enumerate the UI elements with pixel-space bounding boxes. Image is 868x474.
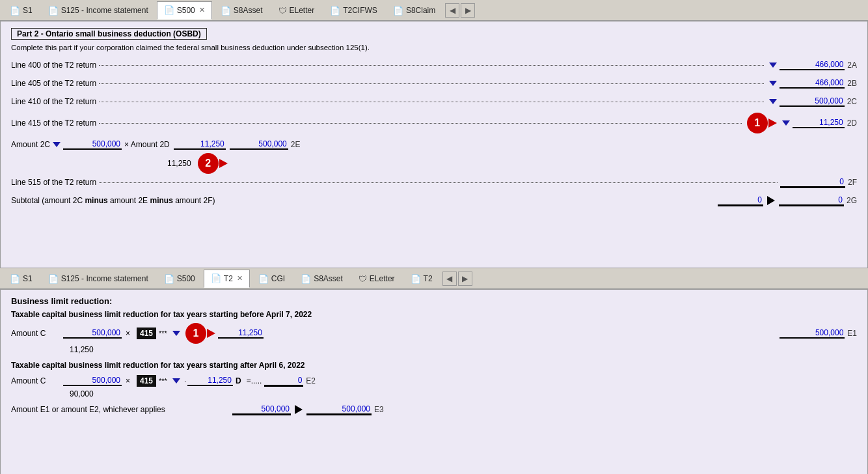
annotation-1-bot: 1 — [185, 323, 206, 344]
doc-icon: 📄 — [10, 274, 20, 284]
field-2b[interactable] — [780, 78, 845, 89]
label-e1: Amount C — [11, 329, 63, 338]
row-2e-sub: 11,250 2 — [167, 153, 857, 174]
row-2b: Line 405 of the T2 return 2B — [11, 76, 857, 91]
label-2f: Line 515 of the T2 return — [11, 178, 96, 187]
code-2d: 2D — [847, 118, 857, 128]
triangle-e1[interactable] — [172, 331, 180, 336]
label-d-e2: D — [236, 376, 241, 385]
tab-nav-prev-top[interactable]: ◀ — [445, 3, 459, 18]
field-e3-right[interactable] — [306, 404, 372, 415]
tab-t2cifws-top[interactable]: 📄 T2CIFWS — [323, 1, 385, 20]
code-e1: E1 — [847, 329, 857, 338]
triangle-2d[interactable] — [782, 120, 790, 126]
label-2c: Line 410 of the T2 return — [11, 97, 96, 106]
field-2a[interactable] — [780, 60, 845, 70]
top-tab-bar: 📄 S1 📄 S125 - Income statement 📄 S500 ✕ … — [0, 0, 868, 21]
tab-t2b-bot-label: T2 — [424, 274, 433, 283]
tab-eletter-top[interactable]: 🛡 ELetter — [271, 1, 322, 20]
doc-icon: 📄 — [164, 274, 174, 284]
tab-nav-next-bot[interactable]: ▶ — [458, 272, 472, 286]
field-2c[interactable] — [780, 96, 845, 107]
field-e2-c[interactable] — [63, 376, 122, 386]
row-e1-wrapper: Amount C × 415 *** 1 E1 11,250 — [11, 323, 857, 354]
field-e1-mid[interactable] — [218, 328, 264, 339]
triangle-2a[interactable] — [769, 63, 777, 68]
label-2a: Line 400 of the T2 return — [11, 61, 96, 70]
field-e2-mid[interactable] — [187, 376, 233, 386]
doc-icon: 📄 — [221, 6, 231, 16]
tab-t2-bot[interactable]: 📄 T2 ✕ — [204, 270, 250, 288]
tab-s125-top-label: S125 - Income statement — [61, 6, 148, 15]
tab-s500-top[interactable]: 📄 S500 ✕ — [157, 1, 212, 20]
tab-s8asset-bot-label: S8Asset — [314, 274, 343, 283]
field-e2-right[interactable] — [264, 376, 303, 387]
doc-icon: 📄 — [258, 274, 269, 284]
label-e2: Amount C — [11, 376, 63, 385]
section3-title: Taxable capital business limit reduction… — [11, 361, 857, 370]
triangle-2c[interactable] — [769, 99, 777, 104]
row-e3: Amount E1 or amount E2, whichever applie… — [11, 402, 857, 417]
tab-eletter-bot-label: ELetter — [370, 274, 395, 283]
tab-s500-close[interactable]: ✕ — [199, 6, 205, 14]
tab-cgi-bot[interactable]: 📄 CGI — [251, 270, 292, 288]
shield-icon: 🛡 — [278, 6, 287, 16]
tab-s1-bot-label: S1 — [23, 274, 33, 283]
dot-e2: · — [184, 377, 186, 385]
tab-s125-bot[interactable]: 📄 S125 - Income statement — [41, 270, 156, 288]
doc-icon: 📄 — [48, 6, 59, 16]
field-2g-right[interactable] — [779, 195, 844, 206]
triangle-2b[interactable] — [769, 81, 777, 86]
tab-s8asset-bot[interactable]: 📄 S8Asset — [293, 270, 350, 288]
annotation-1-top: 1 — [747, 113, 768, 133]
tab-s125-bot-label: S125 - Income statement — [61, 274, 148, 283]
badge-e2: 415 — [137, 375, 156, 387]
field-2e-c[interactable] — [63, 139, 122, 150]
tab-nav-prev-bot[interactable]: ◀ — [442, 272, 457, 286]
tab-s500-bot[interactable]: 📄 S500 — [157, 270, 202, 288]
tab-s1-top-label: S1 — [23, 6, 33, 15]
triangle-e2[interactable] — [172, 378, 180, 383]
triangle-2e[interactable] — [53, 142, 61, 147]
code-2a: 2A — [847, 61, 857, 70]
field-e1-right[interactable] — [780, 328, 845, 339]
field-2g-left[interactable] — [718, 195, 763, 206]
tab-s500-bot-label: S500 — [177, 274, 195, 283]
stars-e2: *** — [159, 377, 167, 385]
row-e2-sub: 90,000 — [70, 389, 857, 398]
subval-2e: 11,250 — [167, 159, 191, 168]
code-2e: 2E — [291, 140, 301, 149]
row-e2-wrapper: Amount C × 415 *** · D =..... E2 90,000 — [11, 374, 857, 398]
field-e3-left[interactable] — [232, 404, 291, 415]
row-e1-sub: 11,250 — [70, 345, 857, 354]
tab-s125-top[interactable]: 📄 S125 - Income statement — [41, 1, 156, 20]
row-2e: Amount 2C × Amount 2D 2E — [11, 137, 857, 152]
field-2d[interactable] — [793, 118, 845, 128]
equals-e2: =..... — [247, 376, 262, 385]
tab-s8asset-top[interactable]: 📄 S8Asset — [213, 1, 270, 20]
tab-t2-close[interactable]: ✕ — [237, 274, 243, 283]
tab-nav-next-top[interactable]: ▶ — [461, 3, 475, 18]
dots-2b — [99, 83, 764, 84]
mult-e1: × — [126, 329, 130, 338]
subtitle-top: Complete this part if your corporation c… — [11, 44, 857, 51]
tab-t2b-bot[interactable]: 📄 T2 — [403, 270, 440, 288]
shield-icon: 🛡 — [359, 274, 367, 284]
row-e1: Amount C × 415 *** 1 E1 — [11, 323, 857, 344]
tab-cgi-bot-label: CGI — [271, 274, 285, 283]
tab-s500-top-label: S500 — [177, 6, 195, 15]
tab-s8claim-top[interactable]: 📄 S8Claim — [386, 1, 442, 20]
row-2c: Line 410 of the T2 return 2C — [11, 94, 857, 109]
top-panel: Part 2 - Ontario small business deductio… — [0, 21, 868, 268]
doc-icon: 📄 — [330, 6, 340, 16]
code-2f: 2F — [848, 178, 857, 187]
field-2e-d[interactable] — [174, 139, 226, 150]
tab-s1-top[interactable]: 📄 S1 — [3, 1, 40, 20]
field-e1-c[interactable] — [63, 328, 122, 339]
doc-icon: 📄 — [10, 6, 20, 16]
biz-limit-title: Business limit reduction: — [11, 296, 857, 306]
tab-s1-bot[interactable]: 📄 S1 — [3, 270, 40, 288]
field-2e-right[interactable] — [230, 139, 288, 150]
field-2f[interactable] — [780, 177, 845, 188]
tab-eletter-bot[interactable]: 🛡 ELetter — [351, 270, 402, 288]
